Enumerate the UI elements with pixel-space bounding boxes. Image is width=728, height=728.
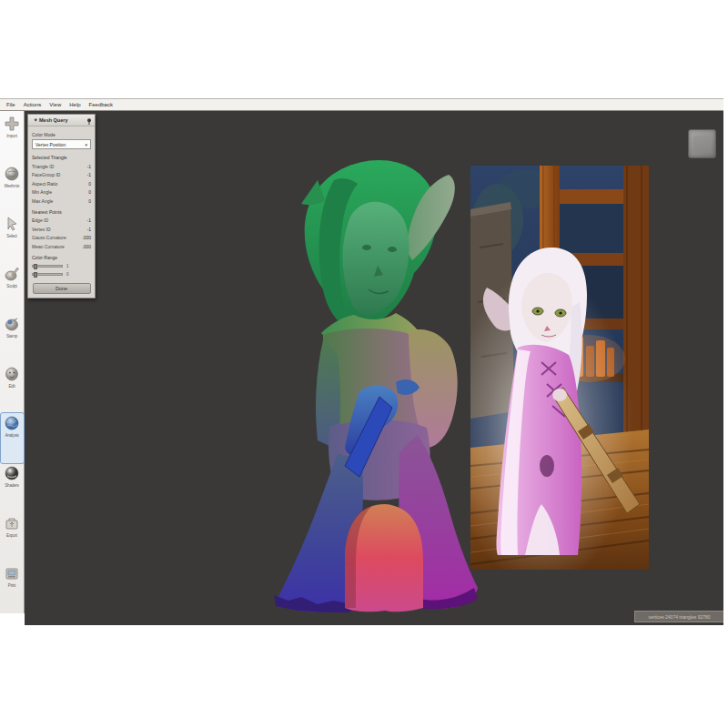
analysis-icon [4, 415, 20, 431]
tool-label: Export [6, 533, 17, 538]
section-title-nearest-points: Nearest Points [32, 209, 91, 215]
tool-label: Meshmix [5, 184, 20, 188]
section-title-selected-triangle: Selected Triangle [32, 155, 91, 160]
chevron-down-icon: ▾ [85, 142, 87, 147]
menu-feedback[interactable]: Feedback [89, 102, 113, 107]
stat-row: Mean Curvature.000 [32, 244, 91, 249]
stat-row: Vertex ID-1 [32, 227, 91, 232]
tool-label: Analysis [5, 433, 18, 438]
tool-select[interactable]: Select [1, 214, 24, 264]
edit-icon [4, 366, 20, 382]
slider-handle[interactable] [34, 264, 37, 269]
tool-stamp[interactable]: Stamp [1, 314, 24, 364]
tool-export[interactable]: Export [1, 513, 24, 563]
stamp-icon [4, 316, 20, 332]
meshmix-icon [4, 166, 20, 182]
stat-row: Triangle ID-1 [32, 164, 91, 169]
tool-label: Select [6, 234, 16, 238]
select-icon [4, 216, 20, 232]
tool-label: Stamp [6, 334, 17, 339]
page: File Actions View Help Feedback Import M… [0, 0, 728, 728]
stat-row: FaceGroup ID-1 [32, 172, 91, 177]
stat-row: Max Angle0 [32, 198, 91, 204]
done-button[interactable]: Done [33, 283, 91, 294]
nav-cube-widget[interactable] [688, 129, 716, 158]
mesh-stats-text: vertices 24074 triangles 92780 [648, 614, 710, 620]
tool-label: Print [8, 583, 15, 588]
panel-header[interactable]: Mesh Query [28, 115, 95, 126]
tool-edit[interactable]: Edit [1, 364, 24, 414]
tool-sidebar: Import Meshmix Select Sculpt [0, 111, 25, 613]
reference-photo [470, 166, 649, 570]
menu-view[interactable]: View [49, 102, 61, 107]
meshmixer-window: File Actions View Help Feedback Import M… [0, 98, 723, 624]
menu-actions[interactable]: Actions [24, 102, 42, 107]
shaders-icon [4, 465, 20, 481]
print-icon [4, 565, 20, 581]
stat-row: Edge ID-1 [32, 217, 91, 223]
tool-import[interactable]: Import [1, 114, 24, 164]
wrench-icon [31, 112, 37, 128]
stat-row: Min Angle0 [32, 189, 91, 195]
tool-shaders[interactable]: Shaders [1, 463, 24, 513]
import-icon [4, 116, 20, 132]
export-icon [4, 515, 20, 531]
color-mode-label: Color Mode [32, 132, 91, 137]
panel-body: Color Mode Vertex Position ▾ Selected Tr… [28, 126, 95, 298]
pin-icon[interactable] [86, 112, 92, 128]
tool-print[interactable]: Print [1, 563, 24, 613]
mesh-model-render [270, 153, 480, 612]
color-range-label: Color Range [32, 255, 91, 260]
slider-value: 0 [66, 272, 69, 277]
status-bar: vertices 24074 triangles 92780 [634, 611, 723, 622]
tool-label: Sculpt [6, 284, 16, 288]
stat-row: Gauss Curvature.000 [32, 235, 91, 240]
menu-file[interactable]: File [6, 102, 15, 107]
menu-help[interactable]: Help [69, 102, 80, 107]
slider-track[interactable] [32, 265, 63, 268]
tool-label: Shaders [5, 483, 18, 488]
tool-meshmix[interactable]: Meshmix [1, 164, 24, 214]
mesh-query-panel: Mesh Query Color Mode Vertex Position ▾ … [27, 114, 96, 298]
tool-sculpt[interactable]: Sculpt [1, 264, 24, 314]
viewport-3d[interactable]: vertices 24074 triangles 92780 [25, 111, 723, 625]
tool-label: Import [6, 134, 17, 138]
color-mode-value: Vertex Position [35, 142, 66, 147]
menu-bar: File Actions View Help Feedback [0, 99, 723, 111]
panel-title: Mesh Query [39, 117, 85, 123]
color-range-slider-min[interactable]: 0 [32, 272, 91, 277]
tool-analysis[interactable]: Analysis [1, 413, 24, 463]
tool-label: Edit [9, 384, 15, 389]
slider-value: 1 [66, 264, 69, 268]
color-mode-dropdown[interactable]: Vertex Position ▾ [32, 139, 91, 149]
nav-cube-face [693, 136, 712, 153]
slider-handle[interactable] [34, 272, 37, 278]
stat-row: Aspect Ratio0 [32, 181, 91, 187]
slider-track[interactable] [32, 273, 63, 276]
color-range-slider-max[interactable]: 1 [32, 264, 91, 268]
sculpt-icon [4, 266, 20, 282]
